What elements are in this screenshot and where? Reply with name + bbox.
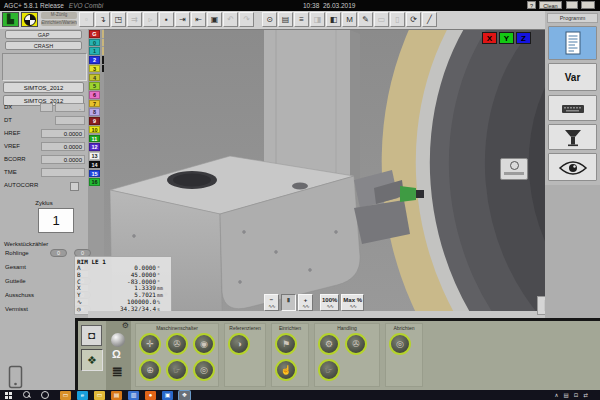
palette-swatch[interactable]: 3: [89, 65, 100, 73]
search-icon[interactable]: [23, 391, 32, 399]
taskbar-app-icon[interactable]: ●: [145, 391, 156, 400]
function-button[interactable]: ✇: [345, 333, 367, 355]
function-button[interactable]: ✇: [166, 333, 188, 355]
function-button[interactable]: ⚙: [318, 333, 340, 355]
function-button[interactable]: ✛: [139, 333, 161, 355]
override-button[interactable]: + ∿∿: [298, 294, 313, 311]
taskbar-app-icon[interactable]: ▭: [94, 391, 105, 400]
var-button[interactable]: Var: [548, 63, 597, 91]
toolbar-button[interactable]: ╱: [422, 12, 437, 27]
palette-swatch[interactable]: 9: [89, 117, 100, 125]
toolbar-button[interactable]: ▪: [159, 12, 174, 27]
function-button[interactable]: ◑: [228, 333, 250, 355]
sphere-icon[interactable]: [111, 333, 125, 347]
gear-icon[interactable]: ⚙: [122, 321, 129, 330]
tray-icon[interactable]: ▤: [564, 390, 569, 400]
program-button[interactable]: [548, 26, 597, 60]
palette-swatch[interactable]: 8: [89, 108, 100, 116]
override-button[interactable]: − ∿∿: [264, 294, 279, 311]
toolbar-button[interactable]: ✎: [358, 12, 373, 27]
field-value[interactable]: 0.0000: [41, 142, 85, 151]
autocorr-checkbox[interactable]: [70, 182, 79, 191]
machine-view-button[interactable]: ◘: [81, 325, 102, 346]
toolbar-button[interactable]: ▫: [79, 12, 94, 27]
viewport-overlay-button[interactable]: [500, 158, 528, 180]
crash-button[interactable]: CRASH: [5, 41, 82, 50]
taskbar-app-icon[interactable]: e: [77, 391, 88, 400]
dx-field-small[interactable]: [40, 103, 53, 112]
toolbar-button[interactable]: M: [342, 12, 357, 27]
function-button[interactable]: ◎: [389, 333, 411, 355]
field-value[interactable]: [41, 168, 85, 177]
dt-field[interactable]: [55, 116, 85, 125]
toolbar-button[interactable]: ▭: [374, 12, 389, 27]
palette-swatch[interactable]: 15: [89, 170, 100, 178]
field-value[interactable]: 0.0000: [41, 129, 85, 138]
palette-swatch[interactable]: 14: [89, 161, 100, 169]
keyboard-button[interactable]: [548, 95, 597, 121]
function-button[interactable]: ☞: [318, 359, 340, 381]
palette-swatch[interactable]: 5: [89, 82, 100, 90]
override-button[interactable]: Max % ∿∿: [341, 294, 364, 311]
palette-swatch[interactable]: 12: [89, 143, 100, 151]
tray-icon[interactable]: ∧: [555, 390, 559, 400]
dx-field[interactable]: ·: [55, 103, 85, 112]
taskbar-app-icon[interactable]: ❖: [179, 391, 190, 400]
clean-button[interactable]: Clean: [539, 1, 562, 9]
taskbar-app-icon[interactable]: ▤: [111, 391, 122, 400]
comb-icon[interactable]: ≣: [112, 365, 123, 379]
function-button[interactable]: ◉: [193, 333, 215, 355]
function-button[interactable]: ⚑: [275, 333, 297, 355]
view-button[interactable]: [548, 153, 597, 181]
palette-swatch[interactable]: 13: [89, 152, 100, 160]
reference-point-button[interactable]: [21, 12, 38, 27]
palette-swatch[interactable]: 11: [89, 135, 100, 143]
program-button-1[interactable]: SIMTOS_2012: [3, 82, 84, 93]
phone-icon[interactable]: [8, 365, 24, 389]
function-button[interactable]: ☞: [166, 359, 188, 381]
tool-clamp-button[interactable]: [548, 124, 597, 150]
tooth-icon[interactable]: Ω: [112, 348, 121, 360]
toolbar-button[interactable]: ⇥: [175, 12, 190, 27]
palette-swatch[interactable]: 16: [89, 178, 100, 186]
taskbar-app-icon[interactable]: ▭: [60, 391, 71, 400]
function-button[interactable]: ⊕: [139, 359, 161, 381]
palette-swatch[interactable]: 7: [89, 100, 100, 108]
toolbar-button[interactable]: ⇉: [127, 12, 142, 27]
palette-swatch[interactable]: 2: [89, 56, 100, 64]
window-button-2[interactable]: [581, 1, 595, 9]
window-button-1[interactable]: [566, 1, 578, 9]
toolbar-button[interactable]: ▯: [390, 12, 405, 27]
start-button[interactable]: [5, 392, 12, 399]
toolbar-button[interactable]: ⟳: [406, 12, 421, 27]
taskbar-app-icon[interactable]: ▣: [162, 391, 173, 400]
gap-button[interactable]: GAP: [5, 30, 82, 39]
field-value[interactable]: 0.0000: [41, 155, 85, 164]
function-button[interactable]: ◎: [193, 359, 215, 381]
toolbar-button[interactable]: ◧: [326, 12, 341, 27]
toolbar-button[interactable]: ↷: [239, 12, 254, 27]
palette-swatch[interactable]: 10: [89, 126, 100, 134]
help-button[interactable]: ?: [527, 1, 536, 9]
tray-icon[interactable]: ⇄: [583, 390, 588, 400]
toolbar-button[interactable]: ≡: [294, 12, 309, 27]
palette-swatch[interactable]: G: [89, 30, 100, 38]
toolbar-button[interactable]: ▹: [143, 12, 158, 27]
toolbar-button[interactable]: ▤: [278, 12, 293, 27]
palette-swatch[interactable]: 6: [89, 91, 100, 99]
tray-icon[interactable]: ⊡: [574, 390, 579, 400]
override-button[interactable]: 100% ∿∿: [320, 294, 339, 311]
palette-swatch[interactable]: 0: [89, 39, 100, 47]
toolbar-button[interactable]: ↶: [223, 12, 238, 27]
toolbar-button[interactable]: ▣: [207, 12, 222, 27]
selected-mode-button[interactable]: ❖: [81, 349, 103, 371]
toolbar-button[interactable]: ⊙: [262, 12, 277, 27]
machine-mode-button[interactable]: ▙: [2, 12, 19, 27]
palette-swatch[interactable]: 1: [89, 47, 100, 55]
function-button[interactable]: ☝: [275, 359, 297, 381]
palette-swatch[interactable]: 4: [89, 74, 100, 82]
cortana-icon[interactable]: [41, 391, 49, 399]
toolbar-button[interactable]: ◨: [310, 12, 325, 27]
toolbar-button[interactable]: ↴: [95, 12, 110, 27]
override-button[interactable]: Ⅱ: [281, 294, 296, 311]
